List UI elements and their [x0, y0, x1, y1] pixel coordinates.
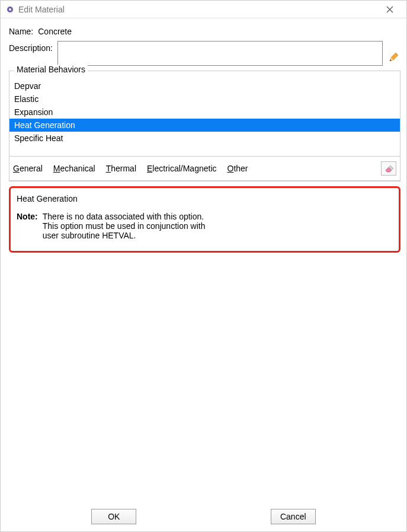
cancel-button[interactable]: Cancel: [271, 509, 316, 524]
name-label: Name:: [9, 24, 33, 36]
material-behaviors-legend: Material Behaviors: [14, 65, 88, 74]
menu-electrical[interactable]: Electrical/Magnetic: [147, 164, 217, 173]
description-row: Description:: [9, 41, 400, 66]
menu-general[interactable]: General: [13, 164, 43, 173]
name-value: Concrete: [38, 24, 72, 36]
titlebar: Edit Material: [1, 1, 406, 18]
ok-button[interactable]: OK: [91, 509, 136, 524]
app-icon: [5, 5, 15, 14]
behavior-item[interactable]: Heat Generation: [9, 119, 400, 132]
behavior-item[interactable]: Depvar: [9, 79, 400, 93]
edit-description-button[interactable]: [387, 50, 400, 63]
menu-other[interactable]: Other: [227, 164, 248, 173]
delete-behavior-button[interactable]: [381, 161, 396, 176]
behavior-detail-panel: Heat Generation Note: There is no data a…: [9, 186, 400, 253]
material-behaviors-fieldset: Material Behaviors DepvarElasticExpansio…: [9, 71, 400, 181]
close-button[interactable]: [378, 1, 402, 18]
behavior-note: Note: There is no data associated with t…: [17, 212, 393, 240]
name-row: Name: Concrete: [9, 24, 400, 36]
behavior-detail-title: Heat Generation: [17, 194, 393, 203]
note-text: There is no data associated with this op…: [43, 212, 206, 240]
behavior-item[interactable]: Expansion: [9, 106, 400, 119]
pencil-icon: [389, 52, 399, 62]
behavior-item[interactable]: Elastic: [9, 93, 400, 106]
window-title: Edit Material: [18, 5, 378, 14]
menu-thermal[interactable]: Thermal: [106, 164, 136, 173]
eraser-icon: [384, 164, 393, 173]
menu-mechanical[interactable]: Mechanical: [53, 164, 95, 173]
dialog-footer: OK Cancel: [1, 502, 406, 531]
behavior-item[interactable]: Specific Heat: [9, 132, 400, 145]
description-label: Description:: [9, 41, 53, 53]
note-label: Note:: [17, 212, 38, 221]
svg-point-1: [9, 8, 11, 11]
description-input[interactable]: [57, 41, 383, 66]
dialog-content: Name: Concrete Description: Material Beh…: [1, 18, 406, 502]
behavior-menubar: General Mechanical Thermal Electrical/Ma…: [9, 157, 400, 181]
behavior-list[interactable]: DepvarElasticExpansionHeat GenerationSpe…: [9, 79, 400, 157]
